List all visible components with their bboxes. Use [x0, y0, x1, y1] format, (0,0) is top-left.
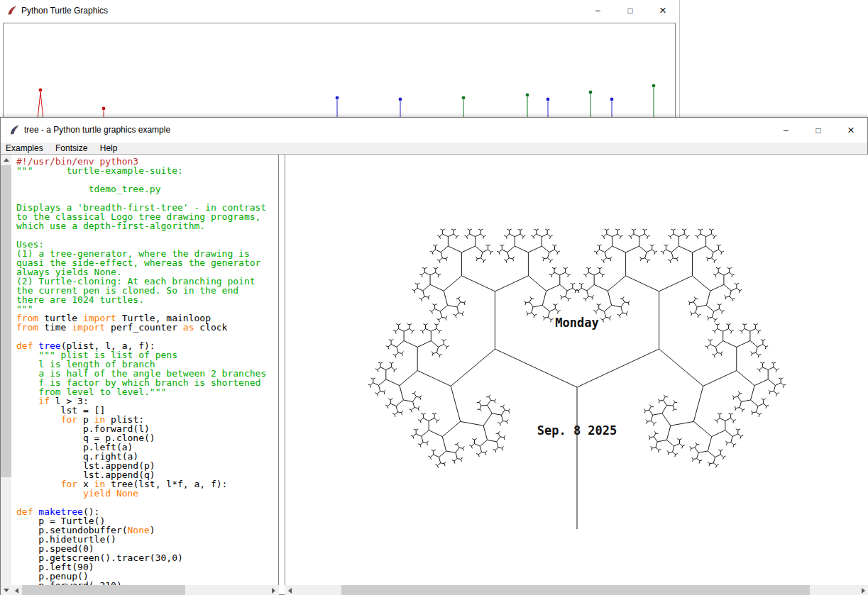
menu-fontsize[interactable]: Fontsize [50, 143, 92, 154]
turtle-mark [610, 98, 614, 119]
canvas-hscrollbar[interactable] [285, 585, 868, 595]
code-vscrollbar[interactable] [1, 155, 11, 595]
scroll-right-arrow[interactable] [858, 585, 868, 595]
turtle-mark [652, 84, 656, 119]
code-line: there are 1024 turtles. [16, 295, 278, 304]
demo-minimize-button[interactable]: − [769, 118, 802, 143]
fractal-tree [368, 229, 786, 529]
turtle-mark [526, 94, 529, 119]
scroll-left-arrow[interactable] [285, 585, 295, 595]
code-line: tdemo_tree.py [16, 184, 278, 194]
menu-examples[interactable]: Examples [1, 143, 48, 154]
menubar: Examples Fontsize Help [1, 143, 867, 155]
tk-feather-icon [9, 125, 20, 135]
code-line: which use a depth-first-algorithm. [16, 221, 278, 230]
bg-minimize-button[interactable]: − [581, 0, 614, 21]
background-window-title: Python Turtle Graphics [21, 0, 108, 21]
code-line: """ turtle-example-suite: [16, 166, 278, 175]
code-hscrollbar[interactable] [11, 585, 279, 595]
bg-maximize-button[interactable]: □ [614, 0, 647, 21]
turtle-mark [589, 91, 593, 119]
code-line: yield None [16, 489, 278, 498]
scroll-right-arrow[interactable] [268, 585, 279, 595]
scroll-up-arrow[interactable] [1, 155, 11, 165]
turtle-canvas: MondaySep. 8 2025 [285, 155, 868, 585]
demo-window-title: tree - a Python turtle graphics example [24, 118, 170, 143]
demo-maximize-button[interactable]: □ [802, 118, 835, 143]
turtle-mark [462, 96, 466, 119]
turtle-mark [336, 96, 339, 119]
code-view[interactable]: #!/usr/bin/env python3""" turtle-example… [11, 155, 279, 585]
demo-close-button[interactable]: × [835, 118, 867, 143]
scroll-down-arrow[interactable] [1, 585, 11, 595]
code-line: from time import perf_counter as clock [16, 323, 278, 332]
turtle-mark [38, 89, 43, 119]
code-line [16, 230, 278, 240]
tk-feather-icon [7, 6, 17, 16]
menu-help[interactable]: Help [95, 143, 123, 154]
demo-window-titlebar[interactable]: tree - a Python turtle graphics example … [1, 118, 867, 143]
code-vscroll-thumb[interactable] [1, 165, 11, 477]
bg-close-button[interactable]: × [647, 0, 679, 21]
canvas-text-label: Monday [555, 316, 598, 330]
code-hscroll-thumb[interactable] [22, 585, 185, 595]
scroll-left-arrow[interactable] [11, 585, 22, 595]
turtle-mark [399, 98, 402, 119]
background-window-titlebar[interactable]: Python Turtle Graphics − □ × [0, 0, 679, 21]
canvas-hscroll-thumb[interactable] [341, 585, 810, 595]
turtle-mark [546, 98, 550, 119]
canvas-text-label: Sep. 8 2025 [537, 423, 617, 438]
tree-demo-window: tree - a Python turtle graphics example … [0, 117, 868, 595]
turtle-canvas-drawing: MondaySep. 8 2025 [285, 155, 868, 585]
